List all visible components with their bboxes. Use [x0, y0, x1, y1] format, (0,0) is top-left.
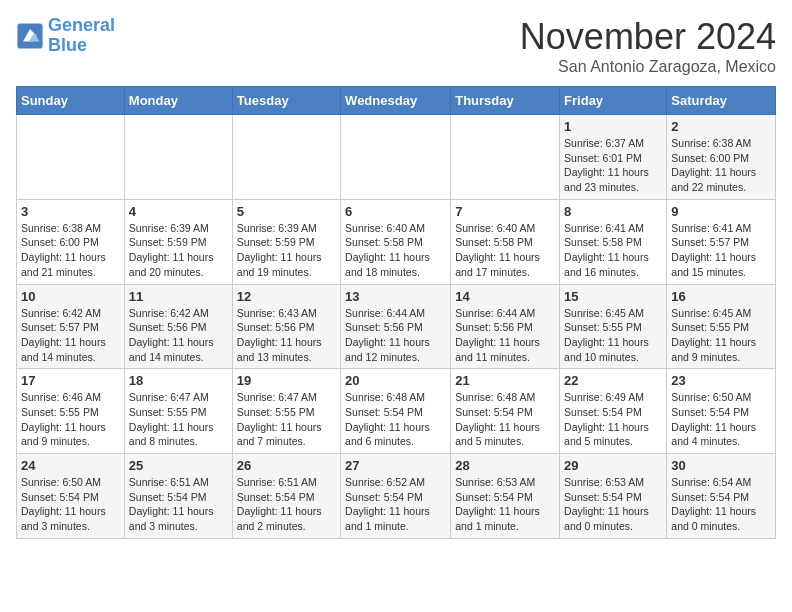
- week-row-1: 1Sunrise: 6:37 AMSunset: 6:01 PMDaylight…: [17, 115, 776, 200]
- day-info: Sunrise: 6:41 AMSunset: 5:57 PMDaylight:…: [671, 221, 771, 280]
- day-info: Sunrise: 6:45 AMSunset: 5:55 PMDaylight:…: [564, 306, 662, 365]
- day-cell: [341, 115, 451, 200]
- day-info: Sunrise: 6:51 AMSunset: 5:54 PMDaylight:…: [237, 475, 336, 534]
- day-cell: 10Sunrise: 6:42 AMSunset: 5:57 PMDayligh…: [17, 284, 125, 369]
- day-cell: [451, 115, 560, 200]
- day-number: 23: [671, 373, 771, 388]
- day-number: 5: [237, 204, 336, 219]
- logo-line2: Blue: [48, 35, 87, 55]
- day-number: 13: [345, 289, 446, 304]
- day-number: 27: [345, 458, 446, 473]
- calendar-table: SundayMondayTuesdayWednesdayThursdayFrid…: [16, 86, 776, 539]
- day-number: 17: [21, 373, 120, 388]
- day-cell: 21Sunrise: 6:48 AMSunset: 5:54 PMDayligh…: [451, 369, 560, 454]
- day-cell: 1Sunrise: 6:37 AMSunset: 6:01 PMDaylight…: [560, 115, 667, 200]
- day-info: Sunrise: 6:51 AMSunset: 5:54 PMDaylight:…: [129, 475, 228, 534]
- day-number: 1: [564, 119, 662, 134]
- day-cell: 12Sunrise: 6:43 AMSunset: 5:56 PMDayligh…: [232, 284, 340, 369]
- day-info: Sunrise: 6:42 AMSunset: 5:57 PMDaylight:…: [21, 306, 120, 365]
- logo-text: General Blue: [48, 16, 115, 56]
- day-cell: 2Sunrise: 6:38 AMSunset: 6:00 PMDaylight…: [667, 115, 776, 200]
- header-cell-saturday: Saturday: [667, 87, 776, 115]
- day-cell: 7Sunrise: 6:40 AMSunset: 5:58 PMDaylight…: [451, 199, 560, 284]
- day-number: 15: [564, 289, 662, 304]
- header-cell-monday: Monday: [124, 87, 232, 115]
- day-number: 19: [237, 373, 336, 388]
- calendar-header-row: SundayMondayTuesdayWednesdayThursdayFrid…: [17, 87, 776, 115]
- day-number: 18: [129, 373, 228, 388]
- day-number: 22: [564, 373, 662, 388]
- day-cell: 8Sunrise: 6:41 AMSunset: 5:58 PMDaylight…: [560, 199, 667, 284]
- day-cell: 11Sunrise: 6:42 AMSunset: 5:56 PMDayligh…: [124, 284, 232, 369]
- logo: General Blue: [16, 16, 115, 56]
- day-number: 12: [237, 289, 336, 304]
- day-info: Sunrise: 6:39 AMSunset: 5:59 PMDaylight:…: [129, 221, 228, 280]
- week-row-4: 17Sunrise: 6:46 AMSunset: 5:55 PMDayligh…: [17, 369, 776, 454]
- day-cell: 24Sunrise: 6:50 AMSunset: 5:54 PMDayligh…: [17, 454, 125, 539]
- day-info: Sunrise: 6:44 AMSunset: 5:56 PMDaylight:…: [345, 306, 446, 365]
- day-info: Sunrise: 6:39 AMSunset: 5:59 PMDaylight:…: [237, 221, 336, 280]
- day-cell: 30Sunrise: 6:54 AMSunset: 5:54 PMDayligh…: [667, 454, 776, 539]
- day-number: 2: [671, 119, 771, 134]
- day-cell: 29Sunrise: 6:53 AMSunset: 5:54 PMDayligh…: [560, 454, 667, 539]
- header-cell-friday: Friday: [560, 87, 667, 115]
- day-info: Sunrise: 6:47 AMSunset: 5:55 PMDaylight:…: [237, 390, 336, 449]
- day-info: Sunrise: 6:50 AMSunset: 5:54 PMDaylight:…: [671, 390, 771, 449]
- day-cell: 22Sunrise: 6:49 AMSunset: 5:54 PMDayligh…: [560, 369, 667, 454]
- day-info: Sunrise: 6:38 AMSunset: 6:00 PMDaylight:…: [671, 136, 771, 195]
- day-info: Sunrise: 6:44 AMSunset: 5:56 PMDaylight:…: [455, 306, 555, 365]
- header-cell-wednesday: Wednesday: [341, 87, 451, 115]
- day-info: Sunrise: 6:43 AMSunset: 5:56 PMDaylight:…: [237, 306, 336, 365]
- location: San Antonio Zaragoza, Mexico: [520, 58, 776, 76]
- day-number: 14: [455, 289, 555, 304]
- header-cell-sunday: Sunday: [17, 87, 125, 115]
- day-cell: 25Sunrise: 6:51 AMSunset: 5:54 PMDayligh…: [124, 454, 232, 539]
- day-number: 8: [564, 204, 662, 219]
- day-info: Sunrise: 6:52 AMSunset: 5:54 PMDaylight:…: [345, 475, 446, 534]
- week-row-2: 3Sunrise: 6:38 AMSunset: 6:00 PMDaylight…: [17, 199, 776, 284]
- day-cell: 15Sunrise: 6:45 AMSunset: 5:55 PMDayligh…: [560, 284, 667, 369]
- day-info: Sunrise: 6:48 AMSunset: 5:54 PMDaylight:…: [345, 390, 446, 449]
- day-info: Sunrise: 6:53 AMSunset: 5:54 PMDaylight:…: [455, 475, 555, 534]
- day-info: Sunrise: 6:54 AMSunset: 5:54 PMDaylight:…: [671, 475, 771, 534]
- day-number: 6: [345, 204, 446, 219]
- day-number: 25: [129, 458, 228, 473]
- day-info: Sunrise: 6:40 AMSunset: 5:58 PMDaylight:…: [455, 221, 555, 280]
- day-number: 26: [237, 458, 336, 473]
- day-cell: 13Sunrise: 6:44 AMSunset: 5:56 PMDayligh…: [341, 284, 451, 369]
- day-info: Sunrise: 6:38 AMSunset: 6:00 PMDaylight:…: [21, 221, 120, 280]
- calendar-body: 1Sunrise: 6:37 AMSunset: 6:01 PMDaylight…: [17, 115, 776, 539]
- day-number: 4: [129, 204, 228, 219]
- day-number: 21: [455, 373, 555, 388]
- week-row-5: 24Sunrise: 6:50 AMSunset: 5:54 PMDayligh…: [17, 454, 776, 539]
- month-title: November 2024: [520, 16, 776, 58]
- day-cell: [124, 115, 232, 200]
- day-number: 7: [455, 204, 555, 219]
- day-info: Sunrise: 6:40 AMSunset: 5:58 PMDaylight:…: [345, 221, 446, 280]
- day-info: Sunrise: 6:47 AMSunset: 5:55 PMDaylight:…: [129, 390, 228, 449]
- day-cell: 6Sunrise: 6:40 AMSunset: 5:58 PMDaylight…: [341, 199, 451, 284]
- day-cell: 16Sunrise: 6:45 AMSunset: 5:55 PMDayligh…: [667, 284, 776, 369]
- day-cell: [17, 115, 125, 200]
- day-info: Sunrise: 6:42 AMSunset: 5:56 PMDaylight:…: [129, 306, 228, 365]
- day-cell: 23Sunrise: 6:50 AMSunset: 5:54 PMDayligh…: [667, 369, 776, 454]
- day-info: Sunrise: 6:49 AMSunset: 5:54 PMDaylight:…: [564, 390, 662, 449]
- day-info: Sunrise: 6:50 AMSunset: 5:54 PMDaylight:…: [21, 475, 120, 534]
- day-number: 3: [21, 204, 120, 219]
- logo-icon: [16, 22, 44, 50]
- day-cell: 5Sunrise: 6:39 AMSunset: 5:59 PMDaylight…: [232, 199, 340, 284]
- day-info: Sunrise: 6:46 AMSunset: 5:55 PMDaylight:…: [21, 390, 120, 449]
- day-cell: 26Sunrise: 6:51 AMSunset: 5:54 PMDayligh…: [232, 454, 340, 539]
- day-cell: 27Sunrise: 6:52 AMSunset: 5:54 PMDayligh…: [341, 454, 451, 539]
- day-info: Sunrise: 6:37 AMSunset: 6:01 PMDaylight:…: [564, 136, 662, 195]
- day-cell: 20Sunrise: 6:48 AMSunset: 5:54 PMDayligh…: [341, 369, 451, 454]
- day-number: 20: [345, 373, 446, 388]
- day-info: Sunrise: 6:48 AMSunset: 5:54 PMDaylight:…: [455, 390, 555, 449]
- day-number: 9: [671, 204, 771, 219]
- day-cell: 18Sunrise: 6:47 AMSunset: 5:55 PMDayligh…: [124, 369, 232, 454]
- title-section: November 2024 San Antonio Zaragoza, Mexi…: [520, 16, 776, 76]
- day-number: 11: [129, 289, 228, 304]
- header-cell-tuesday: Tuesday: [232, 87, 340, 115]
- day-cell: 28Sunrise: 6:53 AMSunset: 5:54 PMDayligh…: [451, 454, 560, 539]
- day-cell: 9Sunrise: 6:41 AMSunset: 5:57 PMDaylight…: [667, 199, 776, 284]
